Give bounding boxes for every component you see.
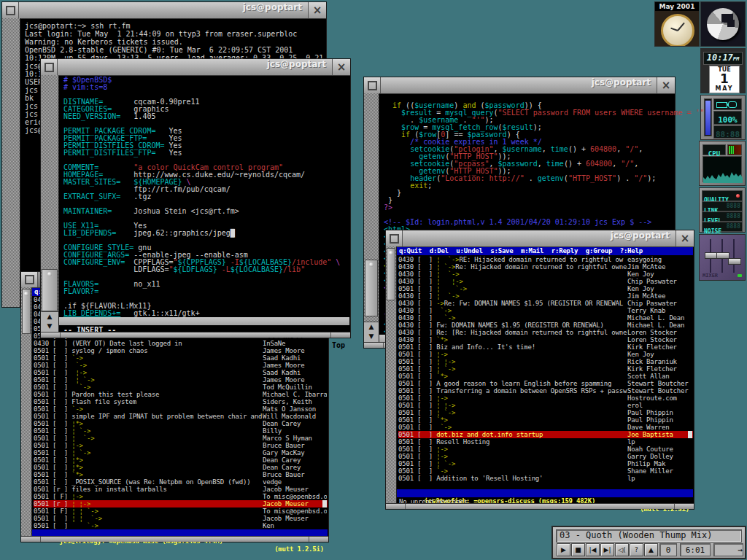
titlebar[interactable]: jcs@poptart × (2, 2, 326, 19)
mail-row[interactable]: 0501 [ ] ¦ `->Philip Mak (398, 460, 693, 467)
titlebar[interactable]: jcs@poptart × (364, 77, 675, 94)
resize-bar[interactable] (386, 503, 694, 509)
miniaturize-button[interactable] (364, 77, 381, 93)
dock-tile-windowmaker[interactable] (700, 1, 746, 47)
mail-row[interactable]: 0501 [ ] ¦ ¦->erol (398, 402, 693, 409)
mail-row[interactable]: 0501 [ ] Addition to 'Resell Hosting'lp (398, 475, 693, 482)
terminal-scrollbar[interactable] (386, 246, 397, 504)
play-button[interactable]: ▶ (557, 543, 570, 556)
close-button[interactable]: × (657, 77, 675, 93)
mail-row[interactable]: 0501 [ ] ¦ `->Marco S Hyman (34, 435, 328, 442)
seek-bar[interactable]: → (713, 543, 743, 556)
mail-row[interactable]: 0501 [ ] `*>Bruce Bauer (34, 471, 328, 478)
mail-row[interactable]: 0501 [ ] ¦ `->Billy (34, 427, 328, 435)
mail-row[interactable]: 0501 [ ] ¦ `->Kirk Fletcher (398, 365, 693, 373)
scrollbar-thumb[interactable] (365, 260, 378, 316)
terminal-scrollbar[interactable] (2, 18, 20, 307)
dock-tile-wireless-quality[interactable]: QUALITY LINK 8888 LEVEL 8888 NOISE 8888 (699, 187, 746, 233)
mail-row[interactable]: 0501 [ ] `->Shane Miller (398, 467, 693, 475)
mail-row[interactable]: 0501 [ ] ¦->Bruce Bauer (34, 442, 328, 449)
mail-row[interactable]: 0501 [ ] Pardon this test pleaseMichael … (34, 391, 328, 398)
miniaturize-button[interactable] (41, 59, 58, 75)
mail-row[interactable]: 0430 [ ] `->Terry Knab (398, 307, 693, 314)
stop-button[interactable]: ■ (571, 543, 585, 556)
mail-row[interactable]: 0430 [ ] Re: [Re: Hijacked domain return… (398, 329, 693, 336)
miniaturize-button[interactable] (2, 2, 19, 18)
close-button[interactable]: × (676, 230, 694, 246)
titlebar[interactable]: jcs@poptart × (386, 230, 694, 247)
titlebar[interactable]: jcs@poptart × (41, 59, 350, 76)
scrollbar-arrows[interactable]: ▲▼ (41, 311, 58, 332)
seek-handle[interactable]: → (738, 545, 743, 555)
mail-row[interactable]: 0501 [ ] simple IPF and IPNAT but proble… (34, 413, 328, 420)
resize-bar[interactable] (41, 332, 350, 338)
mail-row[interactable]: 0501 [ F] ¦->To misc@openbsd.or (34, 493, 328, 500)
mail-row[interactable]: 0430 [ ] Fw: DOMAIN NAMES $1.95 (REGISTE… (398, 322, 693, 329)
mail-row[interactable]: 0501 [ ] `*>Paul Phippin (398, 416, 693, 424)
scrollbar-arrows[interactable]: ▲▼ (364, 322, 379, 343)
mail-row[interactable]: 0501 [r ] files in install tarballsJacob… (34, 486, 328, 493)
mail-row[interactable]: 0501 [ ] ¦->Garry Dolley (398, 453, 693, 460)
dock-tile-cpu-monitor[interactable]: CPU (699, 141, 746, 186)
mail-row[interactable]: 0430 [ ] ¦ `->Jim McAtee (398, 292, 693, 300)
mail-row[interactable]: 0501 [ ] `*>Scott Allan (398, 373, 693, 380)
mail-row[interactable]: 0501 [ ] `->Ken (34, 522, 328, 529)
mail-row[interactable]: 0501 [ ] `->Tod McQuillin (34, 384, 328, 391)
mail-row[interactable]: 0430 [ ] ¦ `->RE: Hijacked domain return… (398, 256, 693, 263)
help-button[interactable]: ? (630, 543, 643, 556)
mail-row[interactable]: 0501 [ ] `->James Moore (34, 362, 328, 369)
close-button[interactable]: × (308, 2, 326, 18)
mail-row[interactable]: 0501 [ ] ¦ ¦ `->Jacob Meuser (34, 515, 328, 522)
mail-row[interactable]: 0430 [ ] ¦ `->Re: Hijacked domain return… (398, 263, 693, 271)
mail-row[interactable]: 0501 [ ] ¦*>Dean Carey (34, 456, 328, 464)
mail-row[interactable]: 0501 [ ] Transferring a domain between O… (398, 387, 693, 394)
scrollbar-thumb[interactable] (387, 248, 395, 300)
mail-row[interactable]: 0501 [ ] ¦->Ken Joy (398, 351, 693, 358)
mail-row[interactable]: 0501 [ ] ¦*>Dean Carey (34, 464, 328, 471)
mail-row[interactable]: 0430 [ ] ¦ `->Ken Joy (398, 271, 693, 278)
volume-button[interactable]: ◁( (615, 543, 629, 556)
mail-row[interactable]: 0430 [ ] `*>Loren Stocker (398, 336, 693, 343)
close-button[interactable]: × (332, 59, 350, 75)
slider-handle-3[interactable] (728, 258, 741, 265)
scrollbar-thumb[interactable] (22, 289, 31, 334)
mail-row[interactable]: 0501 [ ] ¦ `->Paul Phippin (398, 409, 693, 416)
dock-tile-calendar-watch[interactable]: May 2001 (654, 1, 700, 47)
mail-row[interactable]: 0501 [ ] ¦ `->James Moore (34, 376, 328, 384)
mail-row[interactable]: 0501 [ ] Flash file systemSiders, Keith (34, 398, 328, 405)
mail-row[interactable]: 0501 [ ] `->Mats O Jansson (34, 405, 328, 413)
terminal-scrollbar[interactable]: ▲▼ (364, 93, 379, 343)
scrollbar-thumb[interactable] (42, 269, 58, 311)
mail-row[interactable]: 0501 [r ] ¦ ¦->Jacob Meuser (34, 500, 328, 508)
mail-row[interactable]: 0430 [ ] `->Michael L. Dean (398, 314, 693, 322)
mail-row[interactable]: 0501 [ ] ¦*>Dean Carey (34, 420, 328, 427)
mail-row[interactable]: 0501 [ ] Resell Hostinglp (398, 438, 693, 446)
terminal-scrollbar[interactable]: ▲▼ (41, 75, 59, 332)
mail-row[interactable]: 0501 [ ] ¦->Hostroute.com (398, 394, 693, 402)
dock-tile-mixer[interactable]: MIXER (699, 234, 746, 281)
mail-row[interactable]: 0501 [ ] ¦->Noah Couture (398, 446, 693, 453)
terminal-scrollbar[interactable] (21, 287, 32, 537)
eject-button[interactable]: ▲ (644, 543, 658, 556)
mail-row[interactable]: 0501 [ ] Biz and Info... It's time!Kirk … (398, 343, 693, 351)
mail-row[interactable]: 0501 [ ] A good reason to learn English … (398, 380, 693, 387)
mail-row[interactable]: 0501 [ ] `->Dave Warren (398, 424, 693, 431)
mail-row[interactable]: 0501 [ F] ¦ ¦ `->To misc@openbsd.or (34, 508, 328, 515)
mail-row[interactable]: 0501 [ ] `->Saad Kadhi (34, 354, 328, 362)
mail-row[interactable]: 0501 [ ] ¦ `->Gary MacKay (34, 449, 328, 456)
dock-tile-battery[interactable]: 100% 88:88 (700, 95, 746, 140)
mail-row[interactable]: 0430 [ ] ¦ ¦->Chip Paswater (398, 278, 693, 285)
mail-row[interactable]: 0501 [ ] _POSIX_SOURCE (was Re: Netpbm o… (34, 478, 328, 486)
resize-bar[interactable] (21, 536, 328, 542)
mail-row[interactable]: 0501 [ ] dot.biz and dot.info startupJoe… (398, 431, 693, 438)
mail-row[interactable]: 0501 [ ] ¦->Saad Kadhi (34, 369, 328, 376)
miniaturize-button[interactable] (386, 230, 403, 246)
sender: Kirk Fletcher (627, 365, 692, 373)
next-track-button[interactable]: ▶| (600, 543, 614, 556)
mail-row[interactable]: 0501 [ ] ¦ `->Ken Joy (398, 285, 693, 292)
mail-row[interactable]: 0430 [ ] ->Re: Fw: DOMAIN NAMES $1.95 (R… (398, 300, 693, 307)
miniaturize-button[interactable] (21, 272, 38, 287)
dock-tile-clock[interactable]: 10:17PM TUE 1 MAY (700, 48, 746, 93)
mail-row[interactable]: 0501 [ ] ¦ ¦->Rick Baraniuk (398, 358, 693, 365)
prev-track-button[interactable]: |◀ (586, 543, 600, 556)
